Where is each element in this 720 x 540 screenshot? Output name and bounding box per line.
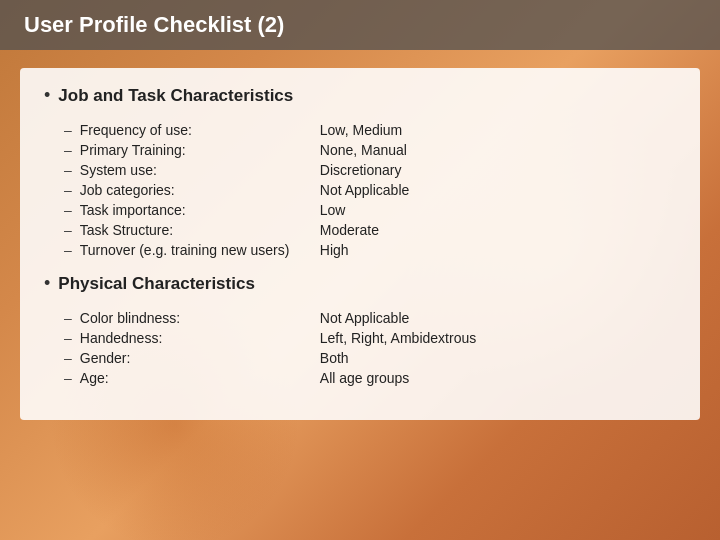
page-title: User Profile Checklist (2) xyxy=(24,12,696,38)
dash-icon: – xyxy=(44,160,76,180)
item-label: Handedness: xyxy=(76,328,316,348)
section2-title: Physical Characteristics xyxy=(58,274,255,294)
dash-icon: – xyxy=(44,220,76,240)
item-label: System use: xyxy=(76,160,316,180)
table-row: – Handedness: Left, Right, Ambidextrous xyxy=(44,328,676,348)
table-row: – Color blindness: Not Applicable xyxy=(44,308,676,328)
bullet-icon-1: • xyxy=(44,85,50,106)
section2-header: • Physical Characteristics xyxy=(44,274,676,304)
section1-title: Job and Task Characteristics xyxy=(58,86,293,106)
table-row: – Turnover (e.g. training new users) Hig… xyxy=(44,240,676,260)
table-row: – Frequency of use: Low, Medium xyxy=(44,120,676,140)
item-label: Gender: xyxy=(76,348,316,368)
dash-icon: – xyxy=(44,328,76,348)
section2-table: – Color blindness: Not Applicable – Hand… xyxy=(44,308,676,388)
dash-icon: – xyxy=(44,240,76,260)
item-label: Color blindness: xyxy=(76,308,316,328)
content-area: • Job and Task Characteristics – Frequen… xyxy=(20,68,700,420)
table-row: – System use: Discretionary xyxy=(44,160,676,180)
table-row: – Age: All age groups xyxy=(44,368,676,388)
dash-icon: – xyxy=(44,368,76,388)
title-bar: User Profile Checklist (2) xyxy=(0,0,720,50)
bullet-icon-2: • xyxy=(44,273,50,294)
item-label: Job categories: xyxy=(76,180,316,200)
table-row: – Gender: Both xyxy=(44,348,676,368)
item-label: Primary Training: xyxy=(76,140,316,160)
item-label: Frequency of use: xyxy=(76,120,316,140)
item-label: Task Structure: xyxy=(76,220,316,240)
item-value: Discretionary xyxy=(316,160,676,180)
item-value: None, Manual xyxy=(316,140,676,160)
dash-icon: – xyxy=(44,180,76,200)
section1-table: – Frequency of use: Low, Medium – Primar… xyxy=(44,120,676,260)
item-label: Age: xyxy=(76,368,316,388)
section1-header: • Job and Task Characteristics xyxy=(44,86,676,116)
table-row: – Task importance: Low xyxy=(44,200,676,220)
item-value: All age groups xyxy=(316,368,676,388)
dash-icon: – xyxy=(44,308,76,328)
dash-icon: – xyxy=(44,120,76,140)
table-row: – Primary Training: None, Manual xyxy=(44,140,676,160)
item-value: Not Applicable xyxy=(316,180,676,200)
dash-icon: – xyxy=(44,200,76,220)
item-value: Low xyxy=(316,200,676,220)
dash-icon: – xyxy=(44,348,76,368)
item-value: High xyxy=(316,240,676,260)
table-row: – Task Structure: Moderate xyxy=(44,220,676,240)
item-value: Low, Medium xyxy=(316,120,676,140)
item-value: Both xyxy=(316,348,676,368)
item-value: Not Applicable xyxy=(316,308,676,328)
item-value: Moderate xyxy=(316,220,676,240)
table-row: – Job categories: Not Applicable xyxy=(44,180,676,200)
item-value: Left, Right, Ambidextrous xyxy=(316,328,676,348)
dash-icon: – xyxy=(44,140,76,160)
item-label: Turnover (e.g. training new users) xyxy=(76,240,316,260)
item-label: Task importance: xyxy=(76,200,316,220)
